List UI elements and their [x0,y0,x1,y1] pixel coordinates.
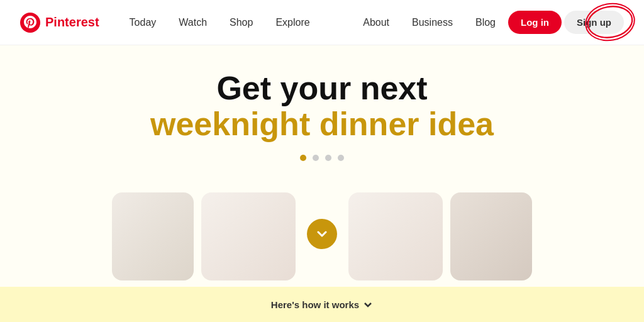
nav-item-explore[interactable]: Explore [265,12,319,33]
hero-line1: Get your next [0,70,644,106]
chevron-down-small-icon [363,299,373,309]
nav-item-watch[interactable]: Watch [169,12,217,33]
image-card-4 [450,192,532,280]
nav-left: Today Watch Shop Explore [119,12,320,33]
scroll-down-button[interactable] [307,219,337,249]
how-it-works-label: Here's how it works [271,299,359,310]
hero-text: Get your next weeknight dinner idea [0,45,644,142]
nav-item-shop[interactable]: Shop [219,12,263,33]
chevron-down-icon [314,226,330,242]
dot-1[interactable] [300,155,306,161]
login-button[interactable]: Log in [508,11,562,34]
pinterest-logo-icon [20,13,40,33]
dot-2[interactable] [313,155,319,161]
image-card-1 [112,192,194,280]
dot-3[interactable] [325,155,331,161]
logo-text: Pinterest [45,15,99,30]
how-it-works-bar[interactable]: Here's how it works [0,287,644,322]
image-card-3 [348,192,443,280]
hero-line2: weeknight dinner idea [0,106,644,142]
nav-item-business[interactable]: Business [402,12,463,33]
signup-button[interactable]: Sign up [564,11,624,34]
carousel-dots [0,155,644,161]
nav-item-blog[interactable]: Blog [465,12,506,33]
main-content: Get your next weeknight dinner idea Here… [0,45,644,322]
image-card-2 [201,192,296,280]
nav-item-about[interactable]: About [353,12,399,33]
dot-4[interactable] [338,155,344,161]
header: Pinterest Today Watch Shop Explore About… [0,0,644,45]
nav-right: About Business Blog Log in Sign up [353,11,624,34]
nav-item-today[interactable]: Today [119,12,167,33]
logo-area[interactable]: Pinterest [20,13,99,33]
